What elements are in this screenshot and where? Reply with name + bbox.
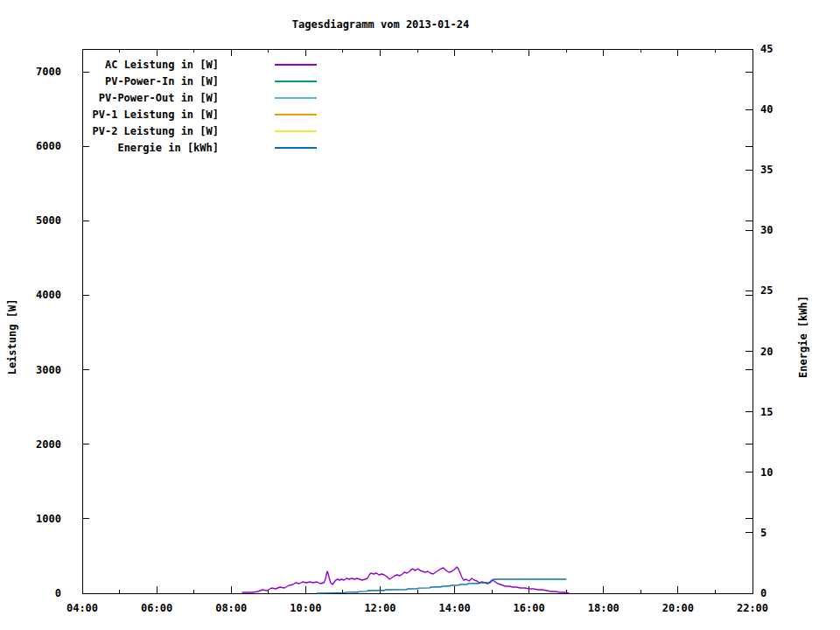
x-tick-label: 06:00	[141, 602, 172, 614]
y-tick-label: 2000	[36, 438, 61, 451]
x-tick-label: 16:00	[514, 602, 545, 614]
x-tick-label: 08:00	[215, 602, 247, 614]
y2-tick-label: 20	[760, 346, 773, 358]
y2-tick-label: 30	[760, 224, 773, 236]
legend-label: PV-2 Leistung in [W]	[93, 125, 220, 137]
legend: AC Leistung in [W]PV-Power-In in [W]PV-P…	[93, 59, 318, 154]
y-tick-label: 4000	[36, 289, 61, 301]
y2-tick-label: 5	[760, 527, 766, 539]
x-tick-label: 18:00	[588, 602, 620, 614]
legend-label: Energie in [kWh]	[117, 142, 219, 154]
y-tick-label: 1000	[36, 513, 61, 525]
x-tick-label: 20:00	[662, 602, 694, 614]
chart-title: Tagesdiagramm vom 2013-01-24	[292, 18, 469, 31]
y2-tick-label: 40	[760, 103, 773, 116]
x-tick-label: 14:00	[438, 602, 470, 614]
legend-label: PV-Power-In in [W]	[105, 75, 219, 88]
y2-axis-label: Energie [kWh]	[797, 296, 809, 378]
y-tick-label: 7000	[36, 66, 61, 78]
legend-label: PV-1 Leistung in [W]	[93, 108, 220, 121]
x-tick-label: 10:00	[290, 602, 321, 614]
chart-canvas: Tagesdiagramm vom 2013-01-24 Leistung [W…	[0, 0, 840, 630]
y2-tick-label: 15	[760, 406, 773, 418]
x-tick-label: 22:00	[737, 602, 768, 614]
series-energie	[317, 579, 566, 593]
y-axis-label: Leistung [W]	[6, 299, 18, 375]
y-tick-label: 0	[55, 587, 61, 599]
y2-tick-label: 10	[760, 466, 773, 479]
y2-tick-label: 25	[760, 284, 773, 297]
y-tick-label: 5000	[36, 214, 61, 227]
tagesdiagramm-chart: Tagesdiagramm vom 2013-01-24 Leistung [W…	[0, 0, 840, 630]
legend-label: PV-Power-Out in [W]	[99, 92, 219, 104]
y-tick-label: 6000	[36, 140, 61, 152]
y2-tick-label: 45	[760, 43, 773, 55]
x-tick-label: 12:00	[364, 602, 396, 614]
legend-label: AC Leistung in [W]	[105, 59, 219, 71]
y2-tick-label: 0	[760, 587, 766, 599]
y2-tick-label: 35	[760, 164, 773, 176]
y-tick-label: 3000	[36, 364, 61, 376]
x-tick-label: 04:00	[66, 602, 98, 614]
